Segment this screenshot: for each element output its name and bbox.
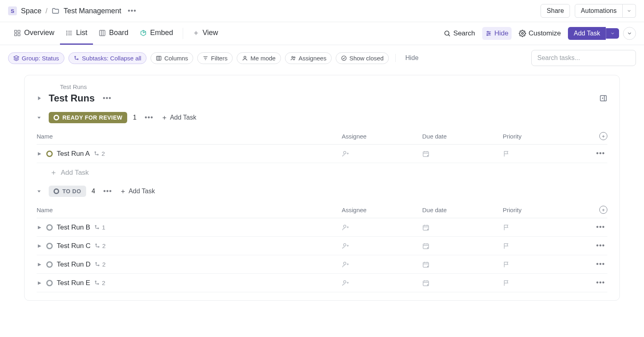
- list-breadcrumb[interactable]: Test Runs: [60, 83, 607, 90]
- priority-flag-icon[interactable]: [503, 150, 583, 157]
- task-more-icon[interactable]: •••: [594, 149, 607, 158]
- task-more-icon[interactable]: •••: [594, 279, 607, 287]
- automations-dropdown[interactable]: [623, 4, 636, 18]
- task-more-icon[interactable]: •••: [594, 242, 607, 250]
- task-name[interactable]: Test Run A: [57, 150, 90, 158]
- space-badge[interactable]: S: [8, 6, 17, 15]
- due-date-icon[interactable]: [422, 261, 503, 268]
- automations-button[interactable]: Automations: [575, 4, 623, 18]
- subtasks-pill[interactable]: Subtasks: Collapse all: [68, 52, 147, 64]
- assignee-add-icon[interactable]: [342, 150, 422, 157]
- subtask-count[interactable]: 2: [94, 150, 105, 157]
- assignee-add-icon[interactable]: [342, 279, 422, 287]
- col-name[interactable]: Name: [37, 207, 342, 213]
- add-view-button[interactable]: View: [187, 22, 224, 45]
- task-status-dot[interactable]: [46, 280, 53, 286]
- task-row[interactable]: ▶ Test Run B 1 •••: [37, 218, 607, 237]
- add-task-dropdown[interactable]: [606, 28, 619, 39]
- col-due[interactable]: Due date: [422, 133, 503, 140]
- status-badge[interactable]: TO DO: [49, 186, 86, 197]
- task-status-dot[interactable]: [46, 261, 53, 268]
- group-add-task-button[interactable]: Add Task: [161, 114, 196, 121]
- group-more-icon[interactable]: •••: [101, 187, 114, 196]
- section-collapse-toggle[interactable]: [37, 95, 43, 101]
- col-name[interactable]: Name: [37, 133, 342, 140]
- task-status-dot[interactable]: [46, 224, 53, 231]
- show-closed-pill[interactable]: Show closed: [336, 52, 389, 64]
- assignee-add-icon[interactable]: [342, 242, 422, 250]
- task-name[interactable]: Test Run C: [57, 242, 91, 250]
- columns-pill[interactable]: Columns: [151, 52, 193, 64]
- assignee-add-icon[interactable]: [342, 224, 422, 231]
- hide-action[interactable]: Hide: [482, 27, 512, 40]
- status-badge[interactable]: READY FOR REVIEW: [49, 112, 127, 123]
- person-icon: [242, 55, 248, 61]
- group-collapse-toggle[interactable]: [37, 115, 43, 120]
- view-embed[interactable]: Embed: [134, 22, 179, 45]
- col-assignee[interactable]: Assignee: [342, 133, 422, 140]
- group-pill[interactable]: Group: Status: [8, 52, 64, 64]
- col-due[interactable]: Due date: [422, 207, 503, 213]
- due-date-icon[interactable]: [422, 150, 503, 157]
- expand-subtasks-icon[interactable]: ▶: [37, 280, 42, 285]
- add-view-label: View: [202, 29, 218, 37]
- assignee-add-icon[interactable]: [342, 261, 422, 268]
- group-more-icon[interactable]: •••: [142, 114, 156, 122]
- subtask-count[interactable]: 2: [95, 242, 105, 249]
- section-title[interactable]: Test Runs: [49, 93, 95, 104]
- priority-flag-icon[interactable]: [503, 279, 583, 287]
- col-priority[interactable]: Priority: [503, 207, 583, 213]
- task-row[interactable]: ▶ Test Run C 2 •••: [37, 237, 607, 255]
- task-name[interactable]: Test Run E: [57, 279, 90, 287]
- add-column-button[interactable]: +: [599, 132, 607, 140]
- svg-point-44: [97, 154, 99, 155]
- task-name[interactable]: Test Run B: [57, 223, 90, 232]
- add-column-button[interactable]: +: [599, 206, 607, 214]
- view-overview[interactable]: Overview: [8, 22, 60, 45]
- search-action[interactable]: Search: [440, 27, 478, 40]
- collapse-panel-icon[interactable]: [599, 94, 607, 102]
- assignees-pill[interactable]: Assignees: [285, 52, 332, 64]
- filters-pill[interactable]: Filters: [197, 52, 233, 64]
- view-board[interactable]: Board: [93, 22, 134, 45]
- task-row[interactable]: ▶ Test Run A 2 •••: [37, 145, 607, 163]
- task-more-icon[interactable]: •••: [594, 223, 607, 232]
- due-date-icon[interactable]: [422, 224, 503, 231]
- hide-filters-link[interactable]: Hide: [402, 54, 422, 62]
- due-date-icon[interactable]: [422, 242, 503, 250]
- svg-point-8: [66, 33, 67, 33]
- task-name[interactable]: Test Run D: [57, 261, 91, 269]
- task-more-icon[interactable]: •••: [594, 260, 607, 269]
- group-add-task-button[interactable]: Add Task: [120, 188, 155, 195]
- me-mode-pill[interactable]: Me mode: [237, 52, 281, 64]
- expand-subtasks-icon[interactable]: ▶: [37, 243, 42, 248]
- breadcrumb-space[interactable]: Space: [21, 7, 41, 15]
- more-options-button[interactable]: [623, 27, 636, 40]
- section-more-icon[interactable]: •••: [100, 94, 114, 103]
- breadcrumb-more-icon[interactable]: •••: [125, 7, 139, 15]
- priority-flag-icon[interactable]: [503, 224, 583, 231]
- task-row[interactable]: ▶ Test Run D 2 •••: [37, 255, 607, 274]
- search-input[interactable]: [531, 50, 636, 66]
- expand-subtasks-icon[interactable]: ▶: [37, 225, 42, 230]
- group-collapse-toggle[interactable]: [37, 189, 43, 194]
- due-date-icon[interactable]: [422, 279, 503, 287]
- subtask-count[interactable]: 2: [95, 261, 105, 268]
- priority-flag-icon[interactable]: [503, 242, 583, 250]
- col-assignee[interactable]: Assignee: [342, 207, 422, 213]
- customize-action[interactable]: Customize: [516, 27, 564, 40]
- task-row[interactable]: ▶ Test Run E 2 •••: [37, 274, 607, 292]
- col-priority[interactable]: Priority: [503, 133, 583, 140]
- view-list[interactable]: List: [60, 22, 93, 45]
- breadcrumb-folder[interactable]: Test Management: [64, 7, 121, 15]
- expand-subtasks-icon[interactable]: ▶: [37, 262, 42, 267]
- subtask-count[interactable]: 1: [94, 224, 105, 231]
- task-status-dot[interactable]: [46, 243, 53, 249]
- priority-flag-icon[interactable]: [503, 261, 583, 268]
- task-status-dot[interactable]: [46, 151, 53, 157]
- add-task-button[interactable]: Add Task: [568, 27, 606, 40]
- share-button[interactable]: Share: [541, 4, 570, 18]
- inline-add-task[interactable]: Add Task: [37, 163, 607, 178]
- expand-subtasks-icon[interactable]: ▶: [37, 151, 42, 156]
- subtask-count[interactable]: 2: [94, 279, 105, 286]
